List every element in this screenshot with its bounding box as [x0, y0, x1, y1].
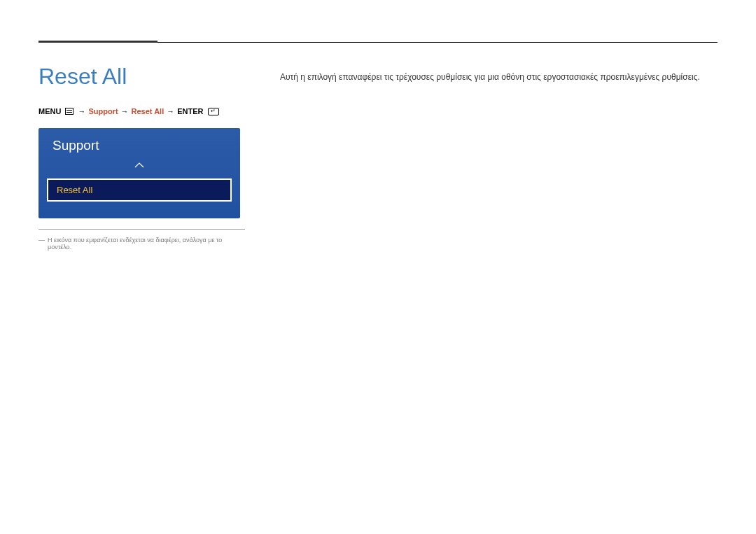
- breadcrumb-support: Support: [88, 107, 118, 115]
- footnote-text: Η εικόνα που εμφανίζεται ενδέχεται να δι…: [48, 237, 245, 251]
- support-menu-panel: Support Reset All: [38, 128, 240, 218]
- menu-icon: [65, 108, 74, 115]
- menu-item-reset-all[interactable]: Reset All: [47, 178, 232, 202]
- menu-panel-title: Support: [38, 128, 240, 157]
- breadcrumb-menu: MENU: [38, 107, 61, 115]
- footnote: ― Η εικόνα που εμφανίζεται ενδέχεται να …: [38, 237, 245, 251]
- breadcrumb-enter: ENTER: [177, 107, 203, 115]
- page-title: Reset All: [38, 64, 245, 90]
- breadcrumb-resetall: Reset All: [132, 107, 164, 115]
- enter-icon: [208, 108, 219, 115]
- chevron-up-icon[interactable]: [38, 157, 240, 178]
- right-column: Αυτή η επιλογή επαναφέρει τις τρέχουσες …: [280, 64, 718, 251]
- footnote-dash: ―: [38, 237, 45, 251]
- section-divider: [38, 42, 718, 43]
- breadcrumb-arrow: →: [167, 107, 174, 115]
- description-text: Αυτή η επιλογή επαναφέρει τις τρέχουσες …: [280, 71, 718, 84]
- content-wrapper: Reset All MENU → Support → Reset All → E…: [38, 64, 718, 251]
- breadcrumb-arrow: →: [121, 107, 129, 115]
- breadcrumb-arrow: →: [78, 107, 85, 115]
- left-column: Reset All MENU → Support → Reset All → E…: [38, 64, 245, 251]
- footnote-divider: [38, 229, 245, 230]
- breadcrumb: MENU → Support → Reset All → ENTER: [38, 107, 245, 115]
